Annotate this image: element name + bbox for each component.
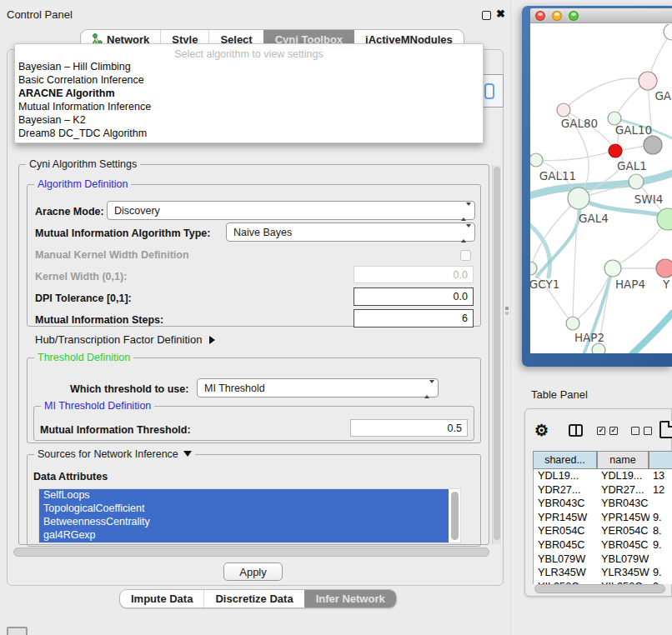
tab-impute-data[interactable]: Impute Data <box>120 590 203 608</box>
which-threshold-value: MI Threshold <box>204 382 265 394</box>
table-row[interactable]: YDL19...YDL19...13 <box>534 469 672 483</box>
expanded-arrow-icon[interactable] <box>183 451 192 457</box>
document-icon[interactable] <box>659 421 672 438</box>
table-panel-title: Table Panel <box>531 388 588 401</box>
data-attributes-list[interactable]: SelfLoopsTopologicalCoefficientBetweenne… <box>38 488 461 543</box>
scrollbar-thumb[interactable] <box>534 584 665 593</box>
kernel-width-input[interactable] <box>354 266 474 283</box>
table-horizontal-scrollbar[interactable] <box>534 584 669 593</box>
gear-icon[interactable]: ⚙ <box>534 421 549 440</box>
scrollbar-thumb[interactable] <box>13 548 489 557</box>
table-body[interactable]: YDL19...YDL19...13YDR27...YDR27...12YBR0… <box>533 469 672 584</box>
algorithm-combobox-partial[interactable] <box>481 74 504 108</box>
tab-discretize-data[interactable]: Discretize Data <box>203 590 303 608</box>
sources-legend[interactable]: Sources for Network Inference <box>34 448 195 460</box>
divider-grip-icon[interactable] <box>505 307 509 316</box>
network-node-swi4[interactable] <box>629 174 644 189</box>
network-node-label: GAL <box>654 89 672 102</box>
float-panel-icon[interactable] <box>482 11 491 20</box>
network-node-hap2[interactable] <box>566 317 579 330</box>
algorithm-option-bayesian-k2[interactable]: Bayesian – K2 <box>15 114 483 128</box>
table-row[interactable]: YER054CYER054C8. <box>534 524 672 538</box>
attribute-item-betweennesscentrality[interactable]: BetweennessCentrality <box>39 516 449 529</box>
split-columns-icon[interactable] <box>569 424 583 437</box>
network-node-green-right[interactable] <box>657 208 672 230</box>
network-canvas[interactable]: GALGAL80GAL10GAL1GAL11SWI4GAL4GCY1HAP4YH… <box>530 24 672 353</box>
network-node-top-partial[interactable] <box>664 24 672 40</box>
dpi-tolerance-input[interactable] <box>354 288 474 306</box>
collapsed-arrow-icon[interactable] <box>209 336 215 344</box>
deselect-all-checkboxes-icon[interactable] <box>631 427 639 435</box>
stepper-icon[interactable] <box>461 228 470 239</box>
mi-steps-label: Mutual Information Steps: <box>35 314 163 326</box>
stepper-icon[interactable] <box>424 383 434 395</box>
network-node-hap4[interactable] <box>604 260 621 277</box>
apply-button[interactable]: Apply <box>223 562 283 581</box>
tab-label: Infer Network <box>316 592 385 605</box>
table-cell: 12 <box>649 483 672 498</box>
minimize-traffic-light-icon[interactable] <box>552 11 562 21</box>
select-all-checkboxes-icon[interactable]: ✓ <box>609 427 618 435</box>
combobox-stepper-icon[interactable] <box>484 83 494 99</box>
network-window-frame[interactable]: GALGAL80GAL10GAL1GAL11SWI4GAL4GCY1HAP4YH… <box>522 6 672 367</box>
attribute-item-selfloops[interactable]: SelfLoops <box>39 489 449 502</box>
aracne-mode-select[interactable]: Discovery <box>107 201 475 220</box>
mi-steps-input[interactable] <box>354 309 474 328</box>
close-traffic-light-icon[interactable] <box>535 11 545 21</box>
column-header-shared[interactable]: shared... <box>533 451 597 469</box>
tab-infer-network[interactable]: Infer Network <box>304 590 396 608</box>
threshold-definition-legend: Threshold Definition <box>34 352 133 363</box>
network-node-gal-right[interactable] <box>639 72 657 90</box>
settings-vertical-scrollbar[interactable] <box>492 165 501 544</box>
network-edge[interactable] <box>564 78 648 110</box>
algorithm-option-bayesian-hill-climbing[interactable]: Bayesian – Hill Climbing <box>15 61 483 74</box>
attribute-item-gal4rgexp[interactable]: gal4RGexp <box>39 529 449 542</box>
table-cell: YDL19... <box>598 469 649 483</box>
algorithm-option-basic-correlation-inference[interactable]: Basic Correlation Inference <box>15 74 483 88</box>
algorithm-option-mutual-information-inference[interactable]: Mutual Information Inference <box>15 101 483 114</box>
hub-definition-toggle[interactable]: Hub/Transcription Factor Definition <box>35 333 215 346</box>
network-edge[interactable] <box>632 313 672 353</box>
stepper-icon[interactable] <box>461 206 470 218</box>
which-threshold-label: Which threshold to use: <box>70 383 188 395</box>
table-row[interactable]: YBR043CYBR043C <box>534 497 672 511</box>
algorithm-option-dream8-dc-tdc-algorithm[interactable]: Dream8 DC_TDC Algorithm <box>15 128 483 141</box>
table-row[interactable]: YBL079WYBL079W <box>534 552 672 567</box>
zoom-traffic-light-icon[interactable] <box>569 11 579 21</box>
network-node-gal80[interactable] <box>557 103 570 117</box>
network-edge[interactable] <box>536 151 615 161</box>
network-node-gal11[interactable] <box>530 153 543 167</box>
floating-panel-icon[interactable] <box>7 627 28 635</box>
network-node-salmon-right[interactable] <box>656 259 672 278</box>
column-header-name[interactable]: name <box>597 451 649 469</box>
network-node-gcy1[interactable] <box>530 262 537 275</box>
mi-algorithm-type-label: Mutual Information Algorithm Type: <box>35 228 210 239</box>
scrollbar-thumb[interactable] <box>494 167 500 540</box>
column-header-partial[interactable] <box>649 451 672 469</box>
algorithm-option-aracne-algorithm[interactable]: ARACNE Algorithm <box>15 88 483 101</box>
network-node-label: HAP2 <box>574 331 604 344</box>
which-threshold-select[interactable]: MI Threshold <box>197 378 439 398</box>
algorithm-popup-placeholder: Select algorithm to view settings <box>15 44 483 61</box>
manual-kernel-width-checkbox[interactable] <box>460 250 471 261</box>
network-node-gal1[interactable] <box>609 144 622 158</box>
settings-horizontal-scrollbar[interactable] <box>13 548 489 557</box>
select-all-checkboxes-icon[interactable]: ✓ <box>597 427 605 435</box>
attribute-item-topologicalcoefficient[interactable]: TopologicalCoefficient <box>39 502 449 516</box>
table-row[interactable]: YDR27...YDR27...12 <box>534 483 672 498</box>
network-edge[interactable] <box>573 198 579 323</box>
network-window-titlebar[interactable] <box>530 8 672 23</box>
network-node-gal4[interactable] <box>568 188 589 209</box>
dpi-tolerance-label: DPI Tolerance [0,1]: <box>35 292 132 304</box>
table-row[interactable]: YLR345WYLR345W9. <box>534 566 672 580</box>
network-node-gray-node[interactable] <box>644 136 662 154</box>
close-panel-icon[interactable]: ✖ <box>496 8 505 20</box>
mi-algorithm-type-select[interactable]: Naive Bayes <box>226 222 475 242</box>
table-row[interactable]: YPR145WYPR145W9. <box>534 511 672 525</box>
attributes-scrollbar[interactable] <box>451 492 459 540</box>
mi-threshold-input[interactable] <box>350 419 468 437</box>
deselect-all-checkboxes-icon[interactable] <box>644 427 652 435</box>
tab-label: Impute Data <box>131 592 193 605</box>
table-row[interactable]: YBR045CYBR045C9. <box>534 538 672 552</box>
network-node-bottom-partial[interactable] <box>592 343 605 353</box>
